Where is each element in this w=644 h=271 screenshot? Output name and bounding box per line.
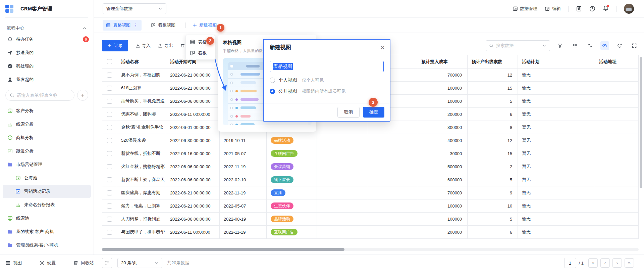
add-record-button[interactable]: 记录 bbox=[102, 40, 128, 51]
cell-select[interactable] bbox=[102, 134, 117, 147]
cell-select[interactable] bbox=[102, 82, 117, 95]
sidebar-item-my-leads-customers-opportunities[interactable]: 我的线索-客户-商机 bbox=[0, 225, 94, 238]
column-header-select[interactable] bbox=[102, 55, 117, 69]
sidebar-item-cc-to-me[interactable]: 抄送我的 bbox=[0, 46, 94, 59]
notification-bell[interactable] bbox=[603, 5, 609, 12]
prev-page-button[interactable]: ‹ bbox=[600, 258, 610, 268]
sidebar-item-followup-analysis[interactable]: 跟进分析 bbox=[0, 144, 94, 158]
row-checkbox[interactable] bbox=[107, 86, 112, 91]
contacts-icon[interactable] bbox=[576, 6, 582, 12]
cell-select[interactable] bbox=[102, 69, 117, 82]
sidebar-item-lead-pool[interactable]: 线索池 bbox=[0, 212, 94, 225]
radio-public-view[interactable]: 公开视图 权限组内所有成员可见 bbox=[270, 88, 384, 94]
cell-select[interactable] bbox=[102, 147, 117, 160]
first-page-button[interactable]: « bbox=[588, 258, 598, 268]
sidebar-item-marketing-management[interactable]: 市场营销管理 bbox=[0, 158, 94, 171]
add-form-button[interactable]: + bbox=[77, 90, 88, 101]
cell-select[interactable] bbox=[102, 108, 117, 121]
cancel-button[interactable]: 取消 bbox=[337, 107, 360, 118]
tab-board-view[interactable]: 看板视图 bbox=[148, 20, 179, 31]
row-checkbox[interactable] bbox=[107, 190, 112, 195]
tab-table-view[interactable]: 表格视图 ⋮ bbox=[103, 20, 142, 31]
row-checkbox[interactable] bbox=[107, 73, 112, 78]
row-checkbox[interactable] bbox=[107, 138, 112, 143]
cell-select[interactable] bbox=[102, 173, 117, 186]
radio-personal-view[interactable]: 个人视图 仅个人可见 bbox=[270, 77, 384, 83]
sort-icon[interactable] bbox=[586, 41, 594, 50]
table-row[interactable]: 聚力，钜惠，巨划算2022-06-21 00:00:002022-05-07生态… bbox=[102, 199, 639, 213]
sidebar-item-initiated-by-me[interactable]: 我发起的 bbox=[0, 73, 94, 86]
last-page-button[interactable]: » bbox=[625, 258, 634, 268]
table-row[interactable]: 金秋“豪”礼拿到你手软2022-06-01 00:00:003000008暂无 bbox=[102, 121, 639, 134]
data-scope-select[interactable]: 管理全部数据 bbox=[103, 3, 166, 14]
cell-select[interactable] bbox=[102, 213, 117, 226]
select-all-checkbox[interactable] bbox=[107, 59, 112, 64]
page-number-input[interactable]: 1 bbox=[564, 258, 576, 268]
cell-select[interactable] bbox=[102, 226, 117, 239]
user-avatar[interactable] bbox=[624, 4, 634, 14]
menu-item-board[interactable]: 看板 bbox=[186, 47, 215, 58]
row-checkbox[interactable] bbox=[107, 177, 112, 182]
sidebar-item-marketing-activity-records[interactable]: 营销活动记录 bbox=[3, 185, 91, 198]
import-button[interactable]: 导入 bbox=[136, 43, 151, 49]
table-row[interactable]: 新货在线，折扣不断2022-06-16 00:00:002021-05-07互联… bbox=[102, 147, 639, 160]
view-name-input[interactable]: 表格视图 bbox=[270, 61, 384, 72]
horizontal-scrollbar[interactable] bbox=[102, 248, 639, 251]
cell-select[interactable] bbox=[102, 199, 117, 213]
row-checkbox[interactable] bbox=[107, 217, 112, 222]
sidebar-item-public-sea-pool[interactable]: 公海池 bbox=[0, 171, 94, 185]
row-checkbox[interactable] bbox=[107, 112, 112, 117]
row-checkbox[interactable] bbox=[107, 125, 112, 130]
scrollbar-thumb[interactable] bbox=[102, 248, 344, 251]
data-manage-button[interactable]: 数据管理 bbox=[513, 6, 537, 12]
row-checkbox[interactable] bbox=[107, 164, 112, 169]
row-checkbox[interactable] bbox=[107, 99, 112, 104]
table-row[interactable]: 国庆盛典，厚惠有期2022-06-21 00:00:002022-11-19直播… bbox=[102, 186, 639, 199]
edit-button[interactable]: 编辑 bbox=[545, 6, 561, 12]
sidebar-item-handled-by-me[interactable]: 我处理的 bbox=[0, 59, 94, 73]
fullscreen-icon[interactable] bbox=[630, 41, 639, 50]
sidebar-search-input[interactable]: 请输入表单/报表名称 bbox=[5, 90, 74, 101]
chevron-up-icon[interactable] bbox=[82, 26, 87, 31]
row-checkbox[interactable] bbox=[107, 151, 112, 156]
cell-select[interactable] bbox=[102, 160, 117, 173]
vertical-scrollbar[interactable] bbox=[640, 57, 642, 188]
table-row[interactable]: 大刀阔斧，打折到底2022-06-06 00:00:002022-08-19品牌… bbox=[102, 213, 639, 226]
close-icon[interactable]: × bbox=[381, 44, 384, 51]
row-checkbox[interactable] bbox=[107, 204, 112, 209]
tab-options-icon[interactable]: ⋮ bbox=[133, 22, 138, 28]
sidebar-item-admin-leads-customers-opportunities[interactable]: 管理员线索-客户-商机 bbox=[0, 238, 94, 252]
sidebar-item-lead-analysis[interactable]: 线索分析 bbox=[0, 118, 94, 131]
group-list-icon[interactable] bbox=[571, 41, 580, 50]
page-size-select[interactable]: 20 条/页 bbox=[117, 258, 162, 268]
sidebar-section-process-center[interactable]: 流程中心 bbox=[0, 24, 94, 33]
export-button[interactable]: 导出 bbox=[158, 43, 173, 49]
footer-item-views[interactable]: 视图 bbox=[5, 260, 22, 266]
table-row[interactable]: 520浪漫来袭2022-06-30 00:00:002019-10-11品牌活动… bbox=[102, 134, 639, 147]
cell-select[interactable] bbox=[102, 186, 117, 199]
sidebar-item-unnamed-analysis-report[interactable]: 未命名分析报表 bbox=[0, 198, 94, 212]
radio-unchecked-icon[interactable] bbox=[270, 78, 275, 83]
refresh-icon[interactable] bbox=[615, 41, 624, 50]
row-height-button[interactable] bbox=[102, 258, 112, 268]
footer-item-settings[interactable]: 设置 bbox=[39, 260, 56, 266]
chevron-down-icon[interactable] bbox=[542, 43, 547, 48]
table-row[interactable]: 与国庆甲子，携手奏华2022-06-11 00:00:002022-11-19互… bbox=[102, 226, 639, 239]
footer-item-recycle-bin[interactable]: 回收站 bbox=[73, 260, 94, 266]
confirm-button[interactable]: 确定 bbox=[363, 107, 384, 118]
sidebar-item-opportunity-analysis[interactable]: 商机分析 bbox=[0, 131, 94, 144]
visibility-eye-icon[interactable] bbox=[600, 41, 609, 50]
table-row[interactable]: 新货不断上架，商品天2022-06-06 00:00:002022-02-10线… bbox=[102, 173, 639, 186]
filter-icon[interactable] bbox=[556, 41, 565, 50]
sidebar-item-customer-analysis[interactable]: 客户分析 bbox=[0, 104, 94, 118]
cell-select[interactable] bbox=[102, 121, 117, 134]
sidebar-item-todo-tasks[interactable]: 待办任务6 bbox=[0, 33, 94, 46]
help-icon[interactable] bbox=[589, 6, 595, 12]
next-page-button[interactable]: › bbox=[612, 258, 622, 268]
cell-select[interactable] bbox=[102, 95, 117, 108]
new-view-button[interactable]: 新建视图 bbox=[193, 22, 217, 28]
table-row[interactable]: 火红金秋，购物好精彩2022-06-06 00:00:002022-11-19会… bbox=[102, 160, 639, 173]
table-search-input[interactable]: 搜索数据 bbox=[486, 40, 550, 51]
row-checkbox[interactable] bbox=[107, 230, 112, 235]
radio-checked-icon[interactable] bbox=[270, 89, 275, 94]
